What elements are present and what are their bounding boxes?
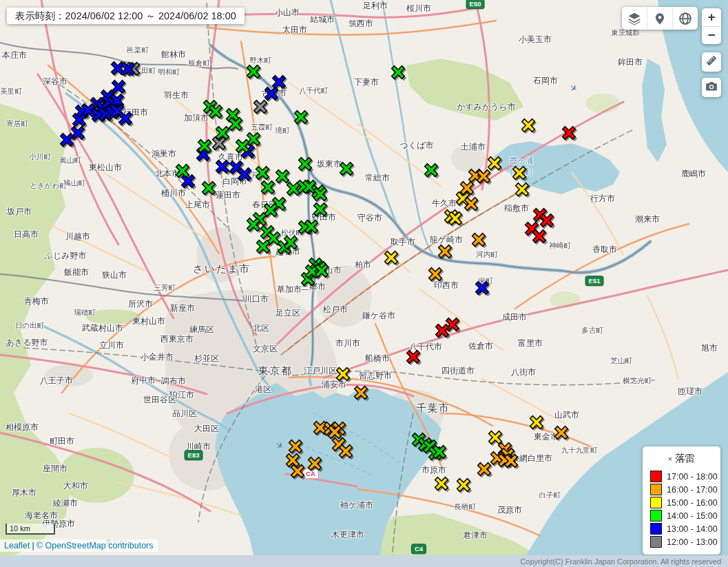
scale-bar: 10 km bbox=[6, 524, 55, 535]
strike-markers-layer bbox=[0, 0, 728, 555]
legend-item: 14:00 - 15:00 bbox=[643, 509, 720, 522]
legend-item: 12:00 - 13:00 bbox=[643, 535, 720, 548]
lightning-strike-marker[interactable] bbox=[300, 158, 312, 171]
lightning-strike-marker[interactable] bbox=[541, 215, 554, 227]
attribution-bar: Leaflet|© OpenStreetMap contributors bbox=[0, 539, 158, 552]
legend-label: 12:00 - 13:00 bbox=[667, 537, 718, 547]
lightning-strike-marker[interactable] bbox=[393, 67, 405, 79]
lightning-strike-marker[interactable] bbox=[230, 118, 242, 131]
legend-swatch bbox=[650, 523, 662, 535]
lightning-strike-marker[interactable] bbox=[217, 161, 229, 174]
ruler-icon bbox=[705, 54, 718, 70]
lightning-strike-marker[interactable] bbox=[517, 184, 529, 196]
lightning-strike-marker[interactable] bbox=[61, 134, 74, 147]
legend-item: 16:00 - 17:00 bbox=[643, 483, 720, 496]
lightning-strike-marker[interactable] bbox=[210, 106, 222, 118]
lightning-strike-marker[interactable] bbox=[439, 246, 452, 258]
lightning-strike-marker[interactable] bbox=[337, 369, 350, 381]
lightning-strike-marker[interactable] bbox=[237, 141, 249, 153]
lightning-strike-marker[interactable] bbox=[239, 169, 251, 181]
lightning-strike-marker[interactable] bbox=[316, 265, 329, 278]
lightning-strike-marker[interactable] bbox=[430, 269, 442, 281]
lightning-strike-marker[interactable] bbox=[315, 204, 327, 216]
zoom-control: + − bbox=[702, 8, 721, 44]
lightning-map-app: 足利市太田市小山市結城市筑西市桜川市館林市邑楽町明和町板倉町千代田町本庄市深谷市… bbox=[0, 0, 728, 567]
lightning-strike-marker[interactable] bbox=[490, 432, 502, 444]
copyright-bar: Copyright(C) Franklin Japan Corporation.… bbox=[0, 555, 728, 567]
copyright-text: Copyright(C) Franklin Japan Corporation.… bbox=[520, 557, 721, 566]
screenshot-button[interactable] bbox=[702, 78, 721, 97]
lightning-strike-marker[interactable] bbox=[295, 112, 308, 124]
lightning-strike-marker[interactable] bbox=[290, 441, 302, 453]
lightning-strike-marker[interactable] bbox=[262, 182, 275, 194]
globe-button[interactable] bbox=[673, 7, 698, 30]
legend-item: 17:00 - 18:00 bbox=[643, 470, 720, 483]
map-toolbar bbox=[622, 7, 698, 30]
lightning-strike-marker[interactable] bbox=[479, 464, 491, 476]
lightning-strike-marker[interactable] bbox=[285, 237, 298, 249]
lightning-strike-marker[interactable] bbox=[340, 446, 353, 458]
lightning-strike-marker[interactable] bbox=[437, 325, 449, 338]
lightning-strike-marker[interactable] bbox=[203, 183, 216, 195]
lightning-strike-marker[interactable] bbox=[531, 417, 543, 429]
legend-rows: 17:00 - 18:0016:00 - 17:0015:00 - 16:001… bbox=[643, 470, 720, 548]
lightning-strike-marker[interactable] bbox=[266, 88, 278, 101]
layers-button[interactable] bbox=[622, 7, 647, 30]
legend-label: 16:00 - 17:00 bbox=[667, 485, 718, 495]
camera-icon bbox=[705, 80, 718, 95]
legend: ×落雷 17:00 - 18:0016:00 - 17:0015:00 - 16… bbox=[643, 446, 720, 555]
legend-swatch bbox=[650, 484, 662, 495]
legend-label: 15:00 - 16:00 bbox=[667, 498, 718, 508]
location-pin-button[interactable] bbox=[647, 7, 673, 30]
legend-label: 13:00 - 14:00 bbox=[667, 524, 718, 534]
zoom-out-button[interactable]: − bbox=[702, 27, 721, 45]
lightning-strike-marker[interactable] bbox=[563, 127, 576, 140]
lightning-strike-marker[interactable] bbox=[255, 101, 267, 114]
lightning-strike-marker[interactable] bbox=[120, 113, 132, 125]
time-range-text: 表示時刻：2024/06/02 12:00 ～ 2024/06/02 18:00 bbox=[15, 10, 236, 23]
lightning-strike-marker[interactable] bbox=[341, 163, 353, 176]
legend-swatch bbox=[650, 536, 662, 548]
lightning-strike-marker[interactable] bbox=[514, 167, 526, 180]
lightning-strike-marker[interactable] bbox=[309, 458, 322, 471]
zoom-in-button[interactable]: + bbox=[702, 8, 721, 27]
lightning-strike-marker[interactable] bbox=[523, 120, 535, 132]
osm-link[interactable]: © OpenStreetMap contributors bbox=[37, 541, 154, 550]
measure-button[interactable] bbox=[702, 52, 721, 72]
lightning-strike-marker[interactable] bbox=[257, 167, 269, 180]
layers-icon bbox=[627, 12, 641, 25]
leaflet-link[interactable]: Leaflet bbox=[4, 541, 30, 550]
lightning-strike-marker[interactable] bbox=[477, 282, 489, 295]
lightning-strike-marker[interactable] bbox=[466, 198, 478, 211]
legend-item: 13:00 - 14:00 bbox=[643, 522, 720, 535]
lightning-strike-marker[interactable] bbox=[473, 234, 486, 247]
lightning-strike-marker[interactable] bbox=[426, 165, 438, 177]
legend-label: 17:00 - 18:00 bbox=[667, 472, 718, 482]
legend-swatch bbox=[650, 497, 662, 508]
lightning-strike-marker[interactable] bbox=[258, 241, 270, 254]
lightning-strike-marker[interactable] bbox=[386, 252, 398, 265]
legend-swatch bbox=[650, 510, 662, 522]
lightning-strike-marker[interactable] bbox=[113, 81, 125, 94]
legend-title-text: 落雷 bbox=[675, 453, 695, 464]
map-canvas[interactable]: 足利市太田市小山市結城市筑西市桜川市館林市邑楽町明和町板倉町千代田町本庄市深谷市… bbox=[0, 0, 728, 555]
legend-item: 15:00 - 16:00 bbox=[643, 496, 720, 509]
lightning-strike-marker[interactable] bbox=[355, 387, 368, 400]
lightning-strike-marker[interactable] bbox=[292, 466, 304, 478]
lightning-strike-marker[interactable] bbox=[277, 171, 289, 183]
scale-label: 10 km bbox=[10, 524, 30, 533]
attribution-separator: | bbox=[32, 541, 34, 550]
lightning-strike-marker[interactable] bbox=[408, 351, 420, 364]
lightning-strike-marker[interactable] bbox=[248, 66, 260, 79]
lightning-strike-marker[interactable] bbox=[478, 171, 490, 183]
lightning-strike-marker[interactable] bbox=[534, 231, 546, 243]
legend-title: ×落雷 bbox=[643, 452, 720, 465]
lightning-strike-marker[interactable] bbox=[489, 158, 501, 170]
lightning-strike-marker[interactable] bbox=[556, 427, 568, 440]
legend-label: 14:00 - 15:00 bbox=[667, 511, 718, 521]
legend-x-mark: × bbox=[668, 455, 672, 463]
lightning-strike-marker[interactable] bbox=[315, 189, 327, 201]
lightning-strike-marker[interactable] bbox=[74, 114, 86, 127]
lightning-strike-marker[interactable] bbox=[458, 480, 470, 492]
lightning-strike-marker[interactable] bbox=[436, 478, 448, 491]
